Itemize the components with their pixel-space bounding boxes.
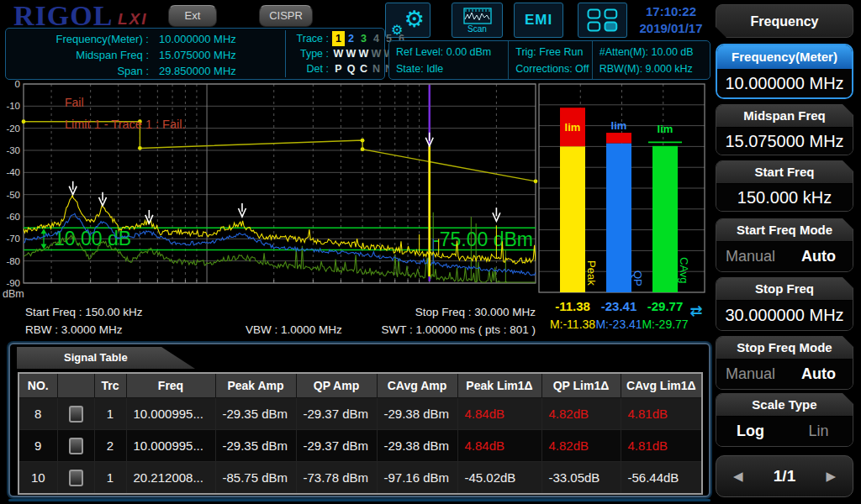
row-checkbox[interactable] [69,406,83,423]
trace-status: Trace :123456 Type :WWWWWW Det :PQCNNN [285,30,388,77]
spectrum-chart: 0-10-20-30-40-50-60-70-80-90dBm10.00 dB-… [0,81,710,339]
menu-item-start-freq[interactable]: Start Freq 150.000 kHz [716,160,853,212]
menu-title: Frequency [716,4,853,38]
status-value: 15.075000 MHz [159,49,236,61]
table-cell: -56.44dB [621,462,702,495]
measure-status-panel: Ref Level: 0.00 dBm State: Idle Trig: Fr… [388,40,710,80]
svg-text:Limit 1 - Trace 1 : Fail.: Limit 1 - Trace 1 : Fail. [65,118,185,131]
option-auto[interactable]: Auto [784,365,853,383]
menu-item-stop-freq-mode[interactable]: Stop Freq Mode Manual Auto [716,336,853,390]
time: 17:10:22 [631,3,711,20]
signal-table-tab[interactable]: Signal Table [17,347,195,369]
next-page-icon[interactable]: ▶ [826,469,836,484]
table-row[interactable]: 9210.000995...-29.35 dBm-29.37 dBm-29.38… [18,430,702,462]
status-label: Midspan Freq : [6,47,149,63]
page-number: 1/1 [774,467,795,486]
svg-text:Start Freq : 150.00 kHz: Start Freq : 150.00 kHz [25,306,143,318]
menu-item-midspan-freq[interactable]: Midspan Freq 15.075000 MHz [716,104,853,155]
scan-label: Scan [467,24,487,34]
option-manual[interactable]: Manual [716,365,784,383]
trace-numbers-row: Trace :123456 [289,30,388,45]
svg-text:VBW : 1.0000 MHz: VBW : 1.0000 MHz [246,323,342,336]
svg-text:-90: -90 [6,278,20,288]
table-cell: 4.84dB [457,398,541,430]
svg-text:⇄: ⇄ [689,302,702,319]
table-cell [57,398,94,430]
screen: { "header": { "brand": "RIGOL", "brand_s… [0,0,861,504]
status-value: 29.850000 MHz [159,65,236,77]
table-cell: 4.81dB [621,398,702,430]
page-indicator: ◀ 1/1 ▶ [716,455,853,497]
col-peak-amp: Peak Amp [215,373,296,398]
trace-2[interactable]: 2 [345,31,357,46]
svg-text:-23.41: -23.41 [601,299,637,313]
option-lin[interactable]: Lin [784,423,853,440]
layout-button[interactable] [578,3,627,38]
option-log[interactable]: Log [716,423,784,440]
table-cell: 1 [94,398,126,430]
table-cell: 10.000995... [126,398,215,430]
svg-text:M:-29.77: M:-29.77 [642,318,688,331]
menu-item-start-freq-mode[interactable]: Start Freq Mode Manual Auto [716,218,853,272]
frequency-status-panel: Frequency(Meter) :10.000000 MHz Midspan … [5,28,385,80]
svg-text:lim: lim [658,123,673,135]
trace-4[interactable]: 4 [370,31,383,46]
signal-table: NO. Trc Freq Peak Amp QP Amp CAvg Amp Pe… [18,372,703,495]
grid-icon [586,8,620,33]
table-row[interactable]: 8110.000995...-29.35 dBm-29.37 dBm-29.38… [18,398,702,430]
svg-text:-80: -80 [6,256,20,266]
table-cell: 4.82dB [541,430,621,462]
table-cell [57,462,94,495]
table-cell: -73.78 dBm [296,462,377,495]
svg-text:lim: lim [611,119,627,132]
table-cell: -33.05dB [541,462,621,495]
row-checkbox[interactable] [69,470,83,486]
svg-text:QP: QP [631,270,644,286]
cispr-button[interactable]: CISPR [259,5,313,27]
col-peak-lim: Peak Lim1Δ [457,373,541,398]
prev-page-icon[interactable]: ◀ [733,469,743,484]
svg-text:M:-23.41: M:-23.41 [595,318,642,331]
scan-button[interactable]: Scan [452,3,503,38]
status-value: 10.000000 MHz [159,33,236,45]
menu-item-stop-freq[interactable]: Stop Freq 30.000000 MHz [716,277,853,331]
menu-item-frequency-meter[interactable]: Frequency(Meter) 10.000000 MHz [716,44,853,99]
table-cell: -29.38 dBm [377,398,457,430]
table-cell: -85.75 dBm [215,462,296,495]
col-no: NO. [18,373,57,398]
svg-text:CAvg: CAvg [678,257,690,284]
svg-text:Fail: Fail [65,96,84,109]
svg-text:-70: -70 [6,234,20,244]
row-checkbox[interactable] [69,438,83,454]
trace-3[interactable]: 3 [357,31,370,46]
col-cavg-lim: CAvg Lim1Δ [621,373,702,398]
table-cell: 4.81dB [621,430,702,462]
clock: 17:10:22 2019/01/17 [631,3,711,37]
svg-text:-50: -50 [6,190,20,200]
table-cell: 10.000995... [126,430,215,462]
scan-waveform-icon [463,8,492,24]
option-auto[interactable]: Auto [784,248,853,265]
svg-text:-20: -20 [6,123,20,134]
ext-button[interactable]: Ext [168,5,217,27]
col-qp-amp: QP Amp [296,373,377,398]
svg-text:lim: lim [565,121,581,134]
option-manual[interactable]: Manual [716,248,784,265]
table-header-row: NO. Trc Freq Peak Amp QP Amp CAvg Amp Pe… [18,373,702,398]
table-cell: -29.37 dBm [296,430,377,462]
table-cell: 2 [94,430,126,462]
trig-corrections: Trig: Free Run Corrections: Off [508,41,591,79]
emi-mode-button[interactable]: EMI [514,3,563,38]
svg-text:-60: -60 [6,212,20,222]
menu-item-scale-type[interactable]: Scale Type Log Lin [716,393,853,447]
gear-icon: ⚙⚙ [393,6,423,34]
lxi-logo: LXI [118,10,148,29]
ref-level-state: Ref Level: 0.00 dBm State: Idle [389,41,508,79]
svg-text:SWT : 1.00000 ms ( pts : 801 ): SWT : 1.00000 ms ( pts : 801 ) [381,323,536,336]
panel-bottom-edge [8,499,710,501]
col-qp-lim: QP Lim1Δ [541,373,621,398]
table-cell: -29.35 dBm [215,398,296,430]
trace-1[interactable]: 1 [332,31,345,46]
svg-text:-29.77: -29.77 [647,299,684,313]
table-row[interactable]: 10120.212008...-85.75 dBm-73.78 dBm-97.1… [18,462,702,495]
